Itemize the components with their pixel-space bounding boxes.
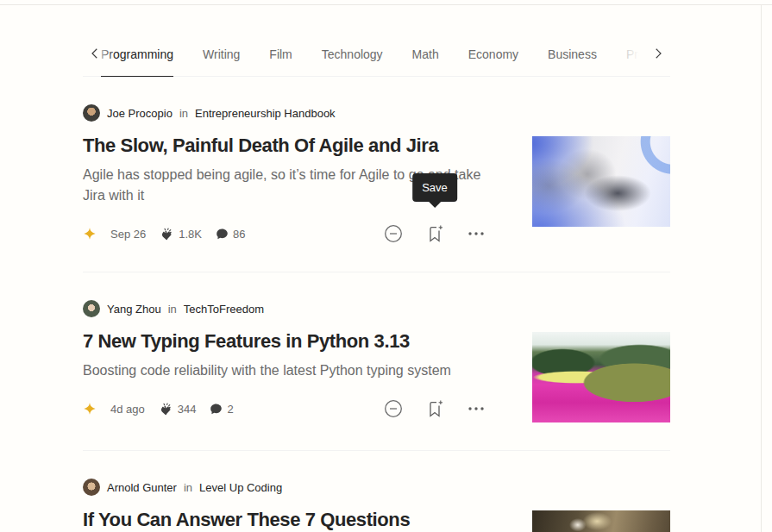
claps-count: 344 (178, 403, 197, 416)
article-title[interactable]: If You Can Answer These 7 Questions (83, 508, 486, 532)
avatar[interactable] (83, 479, 100, 496)
publish-date: Sep 26 (110, 228, 146, 241)
sidebar-divider (761, 4, 762, 532)
in-label: in (168, 303, 177, 316)
article-subtitle: Boosting code reliability with the lates… (83, 360, 486, 381)
article-thumbnail[interactable] (532, 136, 670, 227)
chevron-right-icon[interactable] (650, 45, 667, 62)
meta-stats: Sep 26 1.8K (83, 227, 245, 241)
publication-name[interactable]: Level Up Coding (199, 481, 282, 494)
comment-icon (210, 403, 223, 416)
tab-technology[interactable]: Technology (322, 47, 383, 76)
in-label: in (179, 107, 188, 120)
meta-stats: 4d ago 344 (83, 402, 234, 416)
comment-icon (216, 228, 229, 241)
tab-film[interactable]: Film (269, 47, 292, 76)
claps-stat[interactable]: 1.8K (160, 227, 202, 241)
topic-tabbar: Programming Writing Film Technology Math… (83, 5, 670, 77)
in-label: in (184, 481, 192, 494)
byline: Arnold Gunter in Level Up Coding (83, 479, 486, 496)
responses-count: 86 (233, 228, 245, 241)
minus-circle-icon[interactable] (383, 223, 404, 244)
responses-stat[interactable]: 86 (216, 228, 245, 241)
meta-actions (383, 398, 486, 419)
article-text-block: Yang Zhou in TechToFreedom 7 New Typing … (83, 300, 486, 422)
article-thumbnail[interactable] (532, 510, 670, 532)
tab-writing[interactable]: Writing (203, 47, 240, 76)
topic-tabs: Programming Writing Film Technology Math… (83, 5, 670, 76)
publication-name[interactable]: TechToFreedom (184, 303, 264, 316)
byline: Joe Procopio in Entrepreneurship Handboo… (83, 104, 486, 122)
article-text-block: Arnold Gunter in Level Up Coding If You … (83, 479, 486, 532)
chevron-left-icon[interactable] (86, 45, 104, 62)
author-name[interactable]: Joe Procopio (107, 107, 173, 120)
meta-actions: Save (383, 223, 486, 244)
article-card-agile-jira: Joe Procopio in Entrepreneurship Handboo… (83, 77, 670, 272)
bookmark-plus-icon[interactable] (424, 398, 445, 419)
avatar[interactable] (83, 300, 100, 317)
article-text-block: Joe Procopio in Entrepreneurship Handboo… (83, 104, 486, 244)
meta-row: 4d ago 344 (83, 398, 486, 419)
ellipsis-icon[interactable] (466, 398, 486, 419)
article-card-7-questions: Arnold Gunter in Level Up Coding If You … (83, 450, 670, 532)
publish-date: 4d ago (110, 403, 145, 416)
article-card-python-typing: Yang Zhou in TechToFreedom 7 New Typing … (83, 272, 670, 450)
clap-icon (159, 402, 173, 416)
author-name[interactable]: Arnold Gunter (107, 481, 177, 494)
meta-row: Sep 26 1.8K (83, 223, 486, 244)
claps-count: 1.8K (179, 228, 202, 241)
publication-name[interactable]: Entrepreneurship Handbook (195, 107, 336, 120)
article-feed: Joe Procopio in Entrepreneurship Handboo… (83, 77, 670, 532)
article-title[interactable]: The Slow, Painful Death Of Agile and Jir… (83, 134, 486, 158)
clap-icon (160, 227, 174, 241)
tab-math[interactable]: Math (412, 47, 439, 76)
main-content: Programming Writing Film Technology Math… (83, 5, 670, 532)
avatar[interactable] (83, 104, 100, 122)
responses-count: 2 (227, 403, 233, 416)
member-star-icon (83, 402, 97, 416)
responses-stat[interactable]: 2 (210, 403, 233, 416)
tab-business[interactable]: Business (548, 47, 597, 76)
byline: Yang Zhou in TechToFreedom (83, 300, 486, 317)
tab-economy[interactable]: Economy (468, 47, 518, 76)
claps-stat[interactable]: 344 (159, 402, 197, 416)
bookmark-plus-icon[interactable]: Save (424, 223, 445, 244)
save-tooltip: Save (412, 173, 457, 202)
ellipsis-icon[interactable] (466, 223, 486, 244)
medium-feed-page: Programming Writing Film Technology Math… (0, 0, 772, 532)
article-title[interactable]: 7 New Typing Features in Python 3.13 (83, 329, 486, 354)
member-star-icon (83, 227, 97, 241)
article-thumbnail[interactable] (532, 332, 670, 422)
author-name[interactable]: Yang Zhou (107, 303, 161, 316)
minus-circle-icon[interactable] (383, 398, 404, 419)
